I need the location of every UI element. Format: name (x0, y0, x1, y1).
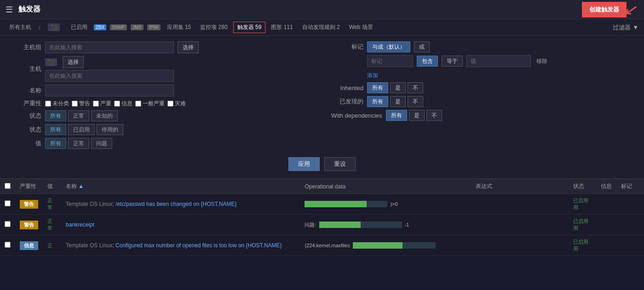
severity-disaster[interactable]: 灾难 (167, 100, 186, 108)
select-all-checkbox[interactable] (5, 183, 11, 189)
breadcrumb-host: ⬛ (44, 22, 65, 33)
status-disabled-btn[interactable]: 停用的 (97, 124, 123, 135)
severity-info[interactable]: 信息 (114, 100, 132, 108)
th-info: 信息 (596, 179, 616, 194)
status-cell: 已启用用 (569, 235, 596, 256)
table-header-row: 严重性 值 名称 ▲ Operational data 表达式 状态 信息 标记 (0, 179, 644, 194)
th-checkbox (0, 179, 15, 194)
state-all-btn[interactable]: 所有 (45, 110, 66, 121)
host-selected-badge: ⬛ (45, 58, 57, 66)
with-dep-no-btn[interactable]: 不 (426, 110, 442, 121)
value-cell: 正常 (47, 198, 52, 210)
status-enabled[interactable]: 已启用 (67, 22, 91, 33)
host-search-input[interactable] (45, 70, 174, 82)
status-enabled-btn[interactable]: 已启用 (68, 124, 95, 135)
create-trigger-button[interactable]: 创建触发器 (582, 2, 627, 17)
severity-average[interactable]: 一般严重 (135, 100, 165, 108)
progress-bar-fill (353, 242, 402, 249)
with-dep-yes-btn[interactable]: 是 (409, 110, 425, 121)
inherited-yes-btn[interactable]: 是 (390, 82, 406, 93)
tab-web[interactable]: Web 场景 (345, 22, 377, 33)
name-input[interactable] (45, 85, 174, 97)
tab-appsets[interactable]: 应用集 15 (163, 22, 195, 33)
name-row: 名称 (9, 85, 313, 97)
apply-button[interactable]: 应用 (288, 157, 320, 171)
tag-add-link[interactable]: 添加 (367, 72, 378, 80)
progress-bar (353, 242, 436, 249)
hostgroup-select-button[interactable]: 选择 (178, 41, 199, 53)
tags-cell (616, 194, 644, 215)
top-navbar: ☰ 触发器 创建触发器 ↙ (0, 0, 644, 19)
tag-contains-btn[interactable]: 包含 (417, 56, 438, 67)
tab-triggers[interactable]: 触发器 59 (233, 22, 266, 33)
trigger-name-link[interactable]: Configured max number of opened files is… (115, 242, 282, 249)
inherited-row: Inherited 所有 是 不 (331, 82, 635, 93)
with-dep-label: With dependencies (331, 112, 382, 119)
tags-cell (616, 235, 644, 256)
discovered-no-btn[interactable]: 不 (408, 96, 423, 107)
row-checkbox[interactable] (5, 242, 11, 248)
discovered-all-btn[interactable]: 所有 (367, 96, 388, 107)
filter-button[interactable]: 过滤器 ▼ (613, 23, 638, 32)
discovered-label: 已发现的 (331, 97, 363, 106)
expression-cell (471, 194, 569, 215)
reset-button[interactable]: 重设 (324, 157, 356, 171)
info-cell (596, 215, 616, 235)
row-checkbox[interactable] (5, 221, 11, 227)
tab-autodiscovery[interactable]: 自动发现规则 2 (299, 22, 344, 33)
row-checkbox[interactable] (5, 200, 11, 206)
tag-label: 标记 (331, 43, 363, 51)
status-row: 状态 所有 已启用 停用的 (9, 124, 313, 135)
tag-equals-btn[interactable]: 等于 (442, 56, 463, 67)
inherited-label: Inherited (331, 85, 363, 91)
tag-name-input[interactable] (367, 55, 413, 67)
hamburger-icon[interactable]: ☰ (6, 5, 13, 15)
tag-mode-and-btn[interactable]: 与成（默认） (367, 41, 410, 52)
op-data-content: )>0 (305, 201, 466, 207)
filter-actions: 应用 重设 (9, 157, 635, 171)
th-name[interactable]: 名称 ▲ (61, 179, 300, 194)
tag-mode-or-btn[interactable]: 或 (414, 41, 430, 52)
tab-monitor[interactable]: 监控项 280 (196, 22, 231, 33)
tag-value-input[interactable] (466, 55, 531, 67)
value-all-btn[interactable]: 所有 (45, 138, 66, 149)
with-dep-all-btn[interactable]: 所有 (386, 110, 407, 121)
op-data-content: {224:kernel.maxfiles (305, 242, 466, 249)
severity-unclassified[interactable]: 未分类 (45, 100, 69, 108)
trigger-name-link[interactable]: /etc/passwd has been changed on {HOST.NA… (115, 201, 237, 207)
inherited-no-btn[interactable]: 不 (408, 82, 423, 93)
info-cell (596, 194, 616, 215)
op-data-suffix: -1 (405, 222, 409, 227)
state-unknown-btn[interactable]: 未知的 (91, 110, 118, 121)
sort-icon: ▲ (78, 183, 84, 189)
discovered-yes-btn[interactable]: 是 (390, 96, 406, 107)
trigger-name-link[interactable]: bankreceipt (66, 222, 94, 228)
inherited-all-btn[interactable]: 所有 (367, 82, 388, 93)
discovered-row: 已发现的 所有 是 不 (331, 96, 635, 107)
state-label: 状态 (9, 112, 41, 120)
hostgroup-input[interactable] (45, 41, 174, 53)
op-data-label: 问题: (305, 222, 316, 228)
severity-warning[interactable]: 警告 (72, 100, 90, 108)
severity-badge: 信息 (20, 241, 38, 250)
expression-cell (471, 235, 569, 256)
state-row: 状态 所有 正常 未知的 (9, 110, 313, 121)
info-cell (596, 235, 616, 256)
state-normal-btn[interactable]: 正常 (68, 110, 89, 121)
badge-ipmi: IPMI (147, 24, 161, 30)
th-tags: 标记 (616, 179, 644, 194)
value-problem-btn[interactable]: 问题 (91, 138, 112, 149)
status-all-btn[interactable]: 所有 (45, 124, 66, 135)
breadcrumb-all-hosts[interactable]: 所有主机 (6, 22, 35, 33)
tag-remove-link[interactable]: 移除 (536, 57, 547, 65)
th-expr: 表达式 (471, 179, 569, 194)
value-normal-btn[interactable]: 正常 (68, 138, 89, 149)
tab-graphs[interactable]: 图形 111 (267, 22, 296, 33)
host-select-button[interactable]: 选择 (63, 56, 84, 68)
value-label: 值 (9, 139, 41, 148)
op-data-cell: 问题: -1 (300, 215, 471, 235)
name-prefix: Template OS Linux (66, 201, 112, 207)
value-row: 值 所有 正常 问题 (9, 138, 313, 149)
status-value: 已启用用 (573, 198, 588, 210)
severity-critical[interactable]: 严重 (93, 100, 111, 108)
